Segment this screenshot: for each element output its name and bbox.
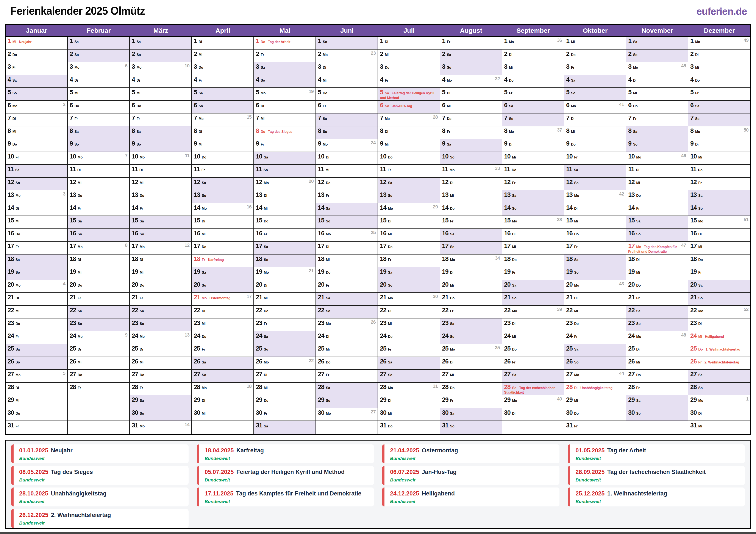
day-cell: 23Do bbox=[564, 318, 626, 331]
weekday-label: Fr bbox=[15, 335, 19, 339]
day-cell: 9Sa bbox=[440, 139, 502, 152]
day-number: 28 bbox=[8, 384, 14, 390]
weekday-label: Di bbox=[574, 207, 578, 210]
day-cell: 11Di bbox=[626, 165, 688, 178]
day-number: 16 bbox=[318, 230, 324, 237]
legend-item-name: Tag der Arbeit bbox=[607, 447, 646, 454]
weekday-label: Mi bbox=[698, 245, 702, 249]
weekday-label: So bbox=[512, 207, 516, 210]
day-cell: 5Mi bbox=[626, 88, 688, 101]
weekday-label: Mi bbox=[140, 361, 143, 364]
day-cell: 26Fr bbox=[502, 357, 564, 370]
weekday-label: Mo bbox=[636, 335, 641, 339]
weekday-label: Di bbox=[202, 309, 205, 313]
weekday-label: Mo bbox=[15, 284, 20, 287]
weekday-label: Mi bbox=[698, 424, 702, 428]
day-number: 13 bbox=[628, 191, 634, 198]
empty-day-cell bbox=[68, 408, 130, 421]
weekday-label: Di bbox=[264, 373, 267, 377]
day-number: 28 bbox=[380, 384, 386, 390]
day-cell: 29Do bbox=[254, 395, 316, 408]
weekday-label: So bbox=[140, 322, 144, 326]
day-cell: 24Di bbox=[316, 331, 378, 344]
day-cell: 1So bbox=[316, 37, 378, 50]
weekday-label: Di bbox=[633, 79, 636, 82]
weekday-label: Fr bbox=[202, 347, 205, 351]
weekday-label: Do bbox=[636, 373, 641, 377]
day-number: 5 bbox=[69, 89, 73, 96]
day-number: 25 bbox=[504, 345, 510, 352]
weekday-label: So bbox=[574, 181, 579, 185]
legend-grid: 01.01.2025NeujahrBundesweit18.04.2025Kar… bbox=[11, 445, 745, 528]
weekday-label: So bbox=[633, 53, 637, 57]
holiday-label: Heiligabend bbox=[705, 335, 724, 339]
day-cell: 1Di bbox=[378, 37, 440, 50]
day-cell: 4Di bbox=[68, 75, 130, 88]
weekday-label: So bbox=[15, 271, 20, 274]
weekday-label: Di bbox=[202, 219, 205, 223]
weekday-label: Mi bbox=[74, 91, 78, 95]
day-number: 7 bbox=[194, 114, 197, 121]
day-number: 31 bbox=[256, 422, 262, 429]
day-number: 28 bbox=[628, 384, 634, 390]
site-logo[interactable]: euferien.de bbox=[696, 7, 747, 16]
day-cell: 453Mo bbox=[626, 62, 688, 75]
day-number: 25 bbox=[566, 345, 572, 352]
week-number-label: 16 bbox=[247, 204, 252, 210]
day-number: 26 bbox=[256, 358, 262, 365]
day-cell: 19Di bbox=[440, 267, 502, 280]
day-cell: 20Mi bbox=[440, 280, 502, 293]
day-cell: 4Do bbox=[688, 75, 750, 88]
day-cell: 4Fr bbox=[378, 75, 440, 88]
day-cell: 22Sa bbox=[68, 306, 130, 319]
day-number: 27 bbox=[69, 370, 76, 377]
day-number: 26 bbox=[442, 358, 448, 365]
day-number: 25 bbox=[690, 345, 696, 352]
day-number: 3 bbox=[690, 63, 693, 70]
week-number-label: 50 bbox=[744, 127, 748, 133]
weekday-label: Mo bbox=[385, 117, 390, 120]
day-number: 20 bbox=[8, 281, 14, 288]
weekday-label: Fr bbox=[261, 142, 264, 146]
day-cell: 26Di bbox=[440, 357, 502, 370]
legend-item-name: Ostermontag bbox=[422, 447, 458, 454]
weekday-label: Do bbox=[202, 156, 206, 159]
legend-item: 08.05.2025Tag des SiegesBundesweit bbox=[11, 466, 189, 485]
weekday-label: Fr bbox=[137, 117, 140, 120]
week-number-label: 36 bbox=[557, 38, 562, 43]
day-number: 31 bbox=[566, 422, 572, 429]
day-cell: 15Mi bbox=[564, 216, 626, 229]
legend-item-region: Bundesweit bbox=[205, 456, 370, 461]
day-cell: 1MiNeujahr bbox=[6, 37, 68, 50]
day-cell: 11So bbox=[254, 165, 316, 178]
day-number: 5 bbox=[8, 89, 11, 96]
weekday-label: Mi bbox=[137, 91, 140, 95]
day-number: 20 bbox=[132, 281, 138, 288]
day-number: 11 bbox=[132, 165, 138, 172]
day-number: 1 bbox=[132, 38, 135, 44]
weekday-label: Do bbox=[698, 258, 703, 262]
day-number: 25 bbox=[318, 345, 324, 352]
day-number: 12 bbox=[380, 179, 386, 185]
day-cell: 13Sa bbox=[688, 191, 750, 203]
weekday-label: Mo bbox=[636, 245, 641, 249]
day-number: 7 bbox=[442, 114, 445, 121]
day-cell: 28Fr bbox=[626, 383, 688, 395]
day-cell: 6Do bbox=[68, 101, 130, 114]
day-number: 6 bbox=[566, 102, 569, 109]
weekday-label: Di bbox=[450, 361, 453, 364]
weekday-label: Do bbox=[13, 53, 17, 57]
weekday-label: Do bbox=[512, 347, 517, 351]
day-number: 1 bbox=[69, 38, 73, 44]
day-cell: 28So bbox=[688, 383, 750, 395]
day-cell: 28Mi bbox=[254, 383, 316, 395]
day-number: 6 bbox=[690, 102, 693, 109]
day-cell: 10Mi bbox=[688, 152, 750, 165]
day-number: 5 bbox=[132, 89, 135, 96]
day-number: 13 bbox=[318, 191, 324, 198]
day-number: 27 bbox=[628, 370, 634, 377]
weekday-label: Do bbox=[512, 258, 517, 262]
day-number: 4 bbox=[504, 76, 507, 83]
weekday-label: Mi bbox=[326, 258, 330, 262]
day-number: 30 bbox=[8, 409, 14, 416]
